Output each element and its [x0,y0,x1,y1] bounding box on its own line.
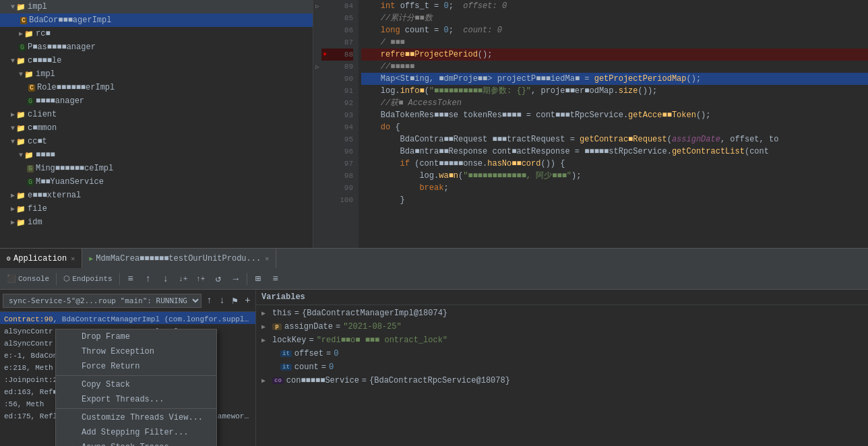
var-arrow-this: ▶ [261,309,270,317]
var-item-count[interactable]: it count = 0 [256,360,868,374]
tab-test[interactable]: ▶ MdmMaCrea■■■■■■testOurUnitProdu... ✕ [82,249,276,269]
var-item-lockkey[interactable]: ▶ lockKey = "redi■■o■ ■■■ ontract_lock" [256,333,868,347]
tree-arrow-ft16: ▶ [11,205,15,213]
app-tab-icon: ⚙ [7,255,11,263]
code-content[interactable]: int offs_t = 0; offset: 0 //累计分■■数 long … [359,0,868,248]
line-num-97: 97 [321,158,353,170]
var-badge-assigndate: p [272,323,282,330]
code-line-99: break; [361,182,868,194]
tree-item-ft6[interactable]: ▼ 📁 impl [0,67,313,81]
tree-item-ft2[interactable]: C BdaCor■■■agerImpl [0,13,313,27]
tree-item-ft17[interactable]: ▶ 📁 idm [0,216,313,229]
tree-item-ft10[interactable]: ▼ 📁 c■mmon [0,121,313,135]
line-num-91: 91 [321,85,353,97]
line-numbers: 84 85 86 87 ● 88 89 90 91 92 93 94 95 96… [321,0,359,248]
var-arrow-assigndate: ▶ [261,323,270,331]
var-name-this: this [272,309,292,318]
code-line-87: / ■■■ [361,36,868,49]
tree-item-ft7[interactable]: C Role■■■■■■erImpl [0,81,313,94]
ctx-label-stepping: Add Stepping Filter... [82,428,188,437]
var-value-lockkey: "redi■■o■ ■■■ ontract_lock" [317,336,447,345]
thread-select-area: sync-Service-5"@2...roup "main": RUNNING… [0,290,255,312]
tree-item-ft13[interactable]: G Ming■■■■■■ceImpl [0,162,313,175]
toolbar-list-btn[interactable]: ≡ [123,271,139,287]
ctx-add-stepping[interactable]: Add Stepping Filter... [56,425,216,440]
line-num-86: 86 [321,24,353,36]
code-line-98: log.wa■n("■■■■■■■■■■■■, 阿少■■■"); [361,170,868,182]
var-item-offset[interactable]: it offset = 0 [256,347,868,360]
tree-item-ft16[interactable]: ▶ 📁 file [0,202,313,216]
ctx-customize-threads[interactable]: Customize Threads View... [56,410,216,425]
toolbar-down-btn[interactable]: ↓ [158,271,174,287]
fold-marker-94[interactable]: ▷ [313,0,321,12]
ctx-async-stack[interactable]: ✓ Async Stack Traces [56,440,216,446]
toolbar-endpoints-icon[interactable]: ⬡ Endpoints [59,271,116,287]
tree-item-ft11[interactable]: ▼ 📁 cc■t [0,135,313,148]
frame-class-f1: , BdaContractManagerImpl (com.longfor.su… [53,315,253,323]
ctx-force-return[interactable]: Force Return [56,359,216,374]
folder-icon-ft17: 📁 [16,218,26,227]
tab-test-label: MdmMaCrea■■■■■■testOurUnitProdu... [96,254,261,263]
endpoints-icon: ⬡ [63,274,70,283]
tree-item-ft4[interactable]: G P■as■■■■anager [0,40,313,54]
var-item-assigndate[interactable]: ▶ p assignDate = "2021-08-25" [256,320,868,333]
tree-label-ft11: cc■t [28,137,47,146]
toolbar-arrow-btn[interactable]: → [228,271,244,287]
tree-label-ft13: Ming■■■■■■ceImpl [36,164,113,173]
code-editor: ▷ ▷ 84 85 86 87 ● 88 89 90 91 92 93 94 9… [313,0,868,248]
tree-arrow-ft12: ▼ [19,152,23,159]
tree-label-ft2: BdaCor■■■agerImpl [29,15,111,25]
tree-label-ft5: c■■■■le [28,56,61,65]
var-badge-rpcservice: co [272,377,284,384]
tree-label-ft17: idm [28,218,42,227]
tree-item-ft15[interactable]: ▶ 📁 e■■■xternal [0,189,313,202]
thread-up-btn[interactable]: ↑ [204,292,214,309]
code-line-92: //获■ AccessToken [361,97,868,109]
file-tree: ▼ 📁 impl C BdaCor■■■agerImpl ▶ 📁 rc■ G P… [0,0,313,248]
tree-item-ft14[interactable]: G M■■YuanService [0,175,313,189]
debug-left-panel: sync-Service-5"@2...roup "main": RUNNING… [0,290,256,446]
var-value-rpcservice: {BdaContractRpcService@18078} [369,376,510,385]
code-line-94: do { [361,121,868,133]
toolbar-refresh-btn[interactable]: ↺ [210,271,226,287]
thread-dropdown[interactable]: sync-Service-5"@2...roup "main": RUNNING [3,294,202,308]
toolbar-down-plus-btn[interactable]: ↓+ [175,271,191,287]
ctx-throw-exception[interactable]: Throw Exception [56,344,216,359]
var-item-rpcservice[interactable]: ▶ co con■■■■■Service = {BdaContractRpcSe… [256,374,868,387]
ctx-sep-2 [56,408,216,409]
toolbar-console-icon[interactable]: ⬛ Console [3,271,53,287]
code-line-91: log.info■("■■■■■■■■■■期参数: {}", proje■■er… [361,85,868,97]
frame-item-f1[interactable]: Contract:90, BdaContractManagerImpl (com… [0,312,255,324]
tree-item-ft5[interactable]: ▼ 📁 c■■■■le [0,54,313,67]
tab-application-close[interactable]: ✕ [71,255,75,263]
java-interface-icon-ft13: G [27,165,34,172]
var-item-this[interactable]: ▶ this = {BdaContractManagerImpl@18074} [256,307,868,320]
line-num-94: 94 [321,121,353,133]
toolbar-grid-btn[interactable]: ⊞ [250,271,266,287]
tree-item-ft9[interactable]: ▶ 📁 client [0,108,313,121]
ctx-drop-frame[interactable]: Drop Frame [56,329,216,344]
thread-down-btn[interactable]: ↓ [217,292,227,309]
tree-arrow-ft6: ▼ [19,71,23,78]
tab-test-close[interactable]: ✕ [265,255,269,263]
toolbar-up-btn[interactable]: ↑ [140,271,156,287]
badge-green-icon-ft4: G [19,44,26,51]
toolbar-up-plus-btn[interactable]: ↑+ [193,271,209,287]
var-eq-lockkey: = [309,336,313,345]
toolbar-lines-btn[interactable]: ≡ [268,271,284,287]
var-value-this: {BdaContractManagerImpl@18074} [302,309,447,318]
tab-application[interactable]: ⚙ Application ✕ [0,249,82,269]
ctx-export-threads[interactable]: Export Threads... [56,392,216,407]
line-num-87: 87 [321,36,353,49]
tree-item-ft12[interactable]: ▼ 📁 ■■■■ [0,148,313,162]
tree-item-ft3[interactable]: ▶ 📁 rc■ [0,27,313,40]
tree-item-ft8[interactable]: G ■■■■anager [0,94,313,108]
tree-item-ft1[interactable]: ▼ 📁 impl [0,0,313,13]
thread-add-btn[interactable]: + [243,292,253,309]
line-num-100: 100 [321,194,353,206]
thread-filter-btn[interactable]: ⚑ [230,292,240,309]
var-eq-assigndate: = [336,322,340,331]
ctx-copy-stack[interactable]: Copy Stack [56,377,216,392]
fold-marker-97[interactable]: ▷ [313,61,321,73]
java-class-icon-ft2: C [20,17,27,24]
